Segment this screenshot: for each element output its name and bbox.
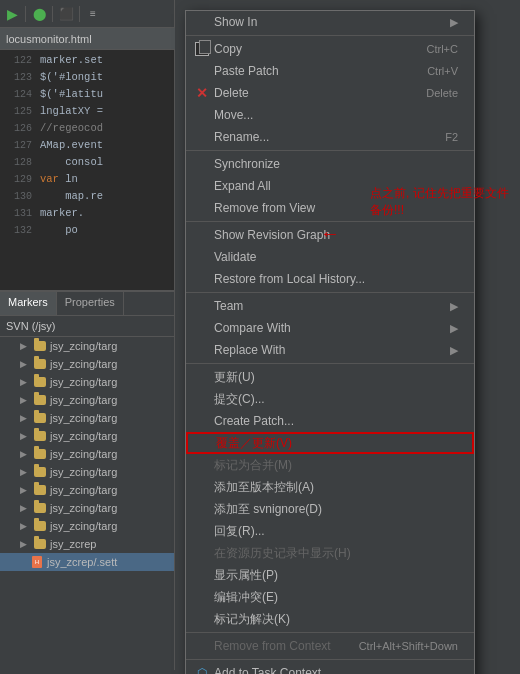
menu-revert[interactable]: 回复(R)... <box>186 520 474 542</box>
list-item[interactable]: ▶ jsy_zcing/targ <box>0 463 174 481</box>
menu-move[interactable]: Move... <box>186 104 474 126</box>
menu-conflict-label: 编辑冲突(E) <box>214 589 278 606</box>
arrow-icon: ▶ <box>16 501 30 515</box>
list-item[interactable]: ▶ jsy_zcrep <box>0 535 174 553</box>
list-item[interactable]: ▶ jsy_zcing/targ <box>0 391 174 409</box>
folder-icon <box>33 519 47 533</box>
menu-copy[interactable]: Copy Ctrl+C <box>186 38 474 60</box>
menu-edit-conflict[interactable]: 编辑冲突(E) <box>186 586 474 608</box>
code-line-130: 130 map.re <box>0 188 174 205</box>
more-btn[interactable]: ≡ <box>85 6 101 22</box>
run-btn[interactable]: ▶ <box>4 6 20 22</box>
tree-label: jsy_zcing/targ <box>50 484 117 496</box>
menu-rename[interactable]: Rename... F2 <box>186 126 474 148</box>
arrow-icon: ▶ <box>16 519 30 533</box>
list-item[interactable]: ▶ jsy_zcing/targ <box>0 373 174 391</box>
folder-icon <box>33 465 47 479</box>
delete-icon: ✕ <box>194 85 210 101</box>
editor-toolbar: ▶ ⬤ ⬛ ≡ <box>0 0 174 28</box>
folder-icon <box>33 537 47 551</box>
menu-paste-patch[interactable]: Paste Patch Ctrl+V <box>186 60 474 82</box>
folder-icon <box>33 411 47 425</box>
arrow-icon: ▶ <box>16 447 30 461</box>
list-item[interactable]: H jsy_zcrep/.sett <box>0 553 174 571</box>
menu-svnignore-label: 添加至 svnignore(D) <box>214 501 322 518</box>
menu-props-label: 显示属性(P) <box>214 567 278 584</box>
tree-label: jsy_zcing/targ <box>50 340 117 352</box>
list-item[interactable]: ▶ jsy_zcing/targ <box>0 517 174 535</box>
menu-add-svnignore[interactable]: 添加至 svnignore(D) <box>186 498 474 520</box>
folder-icon <box>33 429 47 443</box>
menu-compare-label: Compare With <box>214 321 291 335</box>
bottom-panel: Markers Properties SVN (/jsy) ▶ jsy_zcin… <box>0 290 175 670</box>
menu-update-label: 更新(U) <box>214 369 255 386</box>
arrow-icon: ▶ <box>16 393 30 407</box>
submenu-arrow: ▶ <box>450 16 458 29</box>
menu-remove-view-label: Remove from View <box>214 201 315 215</box>
tree-label: jsy_zcing/targ <box>50 448 117 460</box>
arrow-icon: ▶ <box>16 411 30 425</box>
menu-synchronize[interactable]: Synchronize <box>186 153 474 175</box>
code-line-132: 132 po <box>0 222 174 239</box>
menu-commit[interactable]: 提交(C)... <box>186 388 474 410</box>
menu-create-patch-label: Create Patch... <box>214 414 294 428</box>
menu-show-history[interactable]: 在资源历史记录中显示(H) <box>186 542 474 564</box>
config-btn[interactable]: ⬛ <box>58 6 74 22</box>
menu-create-patch[interactable]: Create Patch... <box>186 410 474 432</box>
menu-paste-label: Paste Patch <box>214 64 279 78</box>
separator-5 <box>186 363 474 364</box>
tree-label: jsy_zcing/targ <box>50 358 117 370</box>
tree-label: jsy_zcing/targ <box>50 376 117 388</box>
list-item[interactable]: ▶ jsy_zcing/targ <box>0 337 174 355</box>
editor-tab[interactable]: locusmonitor.html <box>0 28 175 50</box>
menu-add-task[interactable]: ⬡ Add to Task Context <box>186 662 474 674</box>
arrow-icon: ▶ <box>16 537 30 551</box>
menu-remove-context[interactable]: Remove from Context Ctrl+Alt+Shift+Down <box>186 635 474 657</box>
menu-add-version[interactable]: 添加至版本控制(A) <box>186 476 474 498</box>
menu-restore-label: Restore from Local History... <box>214 272 365 286</box>
tab-markers[interactable]: Markers <box>0 292 57 315</box>
list-item[interactable]: ▶ jsy_zcing/targ <box>0 427 174 445</box>
separator-7 <box>186 659 474 660</box>
menu-show-props[interactable]: 显示属性(P) <box>186 564 474 586</box>
menu-replace[interactable]: Replace With ▶ <box>186 339 474 361</box>
menu-show-in-label: Show In <box>214 15 257 29</box>
menu-task-label: Add to Task Context <box>214 666 321 674</box>
list-item[interactable]: ▶ jsy_zcing/targ <box>0 445 174 463</box>
list-item[interactable]: ▶ jsy_zcing/targ <box>0 355 174 373</box>
code-line-123: 123$('#longit <box>0 69 174 86</box>
folder-icon <box>33 393 47 407</box>
compare-arrow: ▶ <box>450 322 458 335</box>
list-item[interactable]: ▶ jsy_zcing/targ <box>0 409 174 427</box>
menu-cover-update[interactable]: 覆盖／更新(V) <box>186 432 474 454</box>
menu-restore-local[interactable]: Restore from Local History... <box>186 268 474 290</box>
code-line-128: 128 consol <box>0 154 174 171</box>
separator-6 <box>186 632 474 633</box>
tree-label: jsy_zcing/targ <box>50 394 117 406</box>
tab-properties[interactable]: Properties <box>57 292 124 315</box>
menu-validate[interactable]: Validate <box>186 246 474 268</box>
folder-icon <box>33 357 47 371</box>
menu-resolved-label: 标记为解决(K) <box>214 611 290 628</box>
menu-team-label: Team <box>214 299 243 313</box>
arrow-icon: ▶ <box>16 465 30 479</box>
list-item[interactable]: ▶ jsy_zcing/targ <box>0 481 174 499</box>
menu-team[interactable]: Team ▶ <box>186 295 474 317</box>
menu-mark-resolved[interactable]: 标记为解决(K) <box>186 608 474 630</box>
arrow-icon: ▶ <box>16 339 30 353</box>
menu-delete[interactable]: ✕ Delete Delete <box>186 82 474 104</box>
rename-shortcut: F2 <box>445 131 458 143</box>
debug-btn[interactable]: ⬤ <box>31 6 47 22</box>
menu-merge-mark[interactable]: 标记为合并(M) <box>186 454 474 476</box>
list-item[interactable]: ▶ jsy_zcing/targ <box>0 499 174 517</box>
menu-show-in[interactable]: Show In ▶ <box>186 11 474 33</box>
menu-update-u[interactable]: 更新(U) <box>186 366 474 388</box>
copy-shortcut: Ctrl+C <box>427 43 458 55</box>
menu-remove-ctx-label: Remove from Context <box>214 639 331 653</box>
code-line-125: 125lnglatXY = <box>0 103 174 120</box>
code-line-124: 124$('#latitu <box>0 86 174 103</box>
folder-icon <box>33 375 47 389</box>
menu-expand-label: Expand All <box>214 179 271 193</box>
code-line-127: 127AMap.event <box>0 137 174 154</box>
menu-compare[interactable]: Compare With ▶ <box>186 317 474 339</box>
